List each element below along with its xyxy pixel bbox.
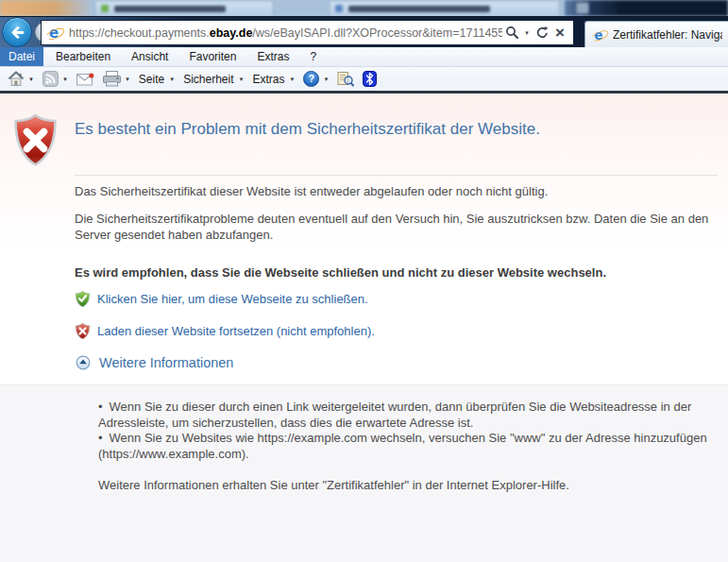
command-bar: ▼ ▼ ▼ <box>0 67 728 91</box>
more-info-link: Weitere Informationen <box>99 355 233 370</box>
print-dropdown-icon[interactable]: ▼ <box>125 77 130 82</box>
seite-label: Seite <box>139 73 164 86</box>
address-dropdown-icon[interactable]: ▼ <box>521 21 533 44</box>
menu-favoriten[interactable]: Favoriten <box>180 47 245 66</box>
menu-bearbeiten[interactable]: Bearbeiten <box>47 47 119 66</box>
help-dropdown-icon[interactable]: ▼ <box>323 77 329 82</box>
continue-website-link-row: Laden dieser Website fortsetzen (nicht e… <box>75 322 375 340</box>
background-tab <box>94 0 274 16</box>
close-webpage-link-row: Klicken Sie hier, um diese Webseite zu s… <box>75 290 368 308</box>
extras-label: Extras <box>253 73 285 86</box>
address-bar[interactable]: e https://checkout.payments.ebay.de/ws/e… <box>41 20 574 45</box>
sicherheit-dropdown-icon: ▼ <box>239 77 245 82</box>
url-scheme-host: https://checkout.payments. <box>69 26 210 40</box>
home-dropdown-icon[interactable]: ▼ <box>28 77 34 82</box>
info-bullet-2: •Wenn Sie zu Websites wie https://exampl… <box>98 431 717 462</box>
url-domain: ebay.de <box>210 26 253 40</box>
seite-menu-button[interactable]: Seite ▼ <box>139 73 175 86</box>
tab-zertifikatfehler[interactable]: e Zertifikatfehler: Navigatio <box>584 21 728 48</box>
menu-datei[interactable]: Datei <box>0 47 43 66</box>
feeds-button[interactable]: ▼ <box>42 71 68 87</box>
background-blur-layer <box>0 0 728 16</box>
background-windows-strip <box>0 0 728 16</box>
bluetooth-button[interactable] <box>363 71 377 87</box>
seite-dropdown-icon: ▼ <box>169 77 175 82</box>
title-divider <box>75 175 718 176</box>
bluetooth-icon <box>363 71 377 87</box>
more-info-expander[interactable]: Weitere Informationen <box>76 355 233 370</box>
menu-extras[interactable]: Extras <box>248 47 297 66</box>
search-icon[interactable] <box>502 21 521 44</box>
printer-icon <box>103 71 121 87</box>
address-url[interactable]: https://checkout.payments.ebay.de/ws/eBa… <box>69 26 502 40</box>
back-button[interactable] <box>2 17 32 47</box>
home-icon <box>8 71 25 87</box>
background-tab-title-blur <box>114 6 226 12</box>
red-shield-x-icon <box>75 322 91 340</box>
rss-feed-icon <box>42 71 59 87</box>
page-title: Es besteht ein Problem mit dem Sicherhei… <box>75 120 717 139</box>
bullet-marker: • <box>98 431 103 445</box>
site-favicon-ie-icon: e <box>46 25 63 42</box>
background-tab-favicon <box>335 5 343 12</box>
navigation-bar: e https://checkout.payments.ebay.de/ws/e… <box>0 16 728 47</box>
background-tab <box>329 0 560 16</box>
url-path: /ws/eBayISAPI.dll?XOProcessor&item=17114… <box>252 26 502 40</box>
background-window-fragment <box>0 0 91 16</box>
collapse-arrow-icon <box>76 355 91 370</box>
back-arrow-icon <box>8 24 26 42</box>
help-icon: ? <box>303 71 319 87</box>
mail-icon <box>76 73 94 86</box>
certificate-error-page: Es besteht ein Problem mit dem Sicherhei… <box>0 94 728 562</box>
background-window-fragment <box>576 2 589 14</box>
print-button[interactable]: ▼ <box>103 71 130 87</box>
menu-bar: Datei Bearbeiten Ansicht Favoriten Extra… <box>0 47 728 67</box>
stop-icon[interactable]: × <box>551 21 568 44</box>
help-button[interactable]: ? ▼ <box>303 71 329 87</box>
tab-title: Zertifikatfehler: Navigatio <box>613 28 722 42</box>
background-tab-favicon <box>101 5 109 12</box>
research-button[interactable] <box>337 71 354 87</box>
more-info-panel: •Wenn Sie zu dieser durch einen Link wei… <box>0 384 728 562</box>
refresh-icon[interactable] <box>533 21 551 44</box>
extras-dropdown-icon: ▼ <box>290 77 296 82</box>
background-tab-title-blur <box>348 6 490 12</box>
help-note: Weitere Informationen erhalten Sie unter… <box>98 478 709 492</box>
green-shield-check-icon <box>75 290 91 308</box>
continue-website-link[interactable]: Laden dieser Website fortsetzen (nicht e… <box>97 324 375 338</box>
sicherheit-label: Sicherheit <box>183 73 233 86</box>
security-error-shield-icon <box>12 113 59 167</box>
info-bullet-1: •Wenn Sie zu dieser durch einen Link wei… <box>98 400 717 431</box>
menu-hilfe[interactable]: ? <box>301 47 325 66</box>
home-button[interactable]: ▼ <box>8 71 34 87</box>
menu-ansicht[interactable]: Ansicht <box>123 47 177 66</box>
research-icon <box>337 71 354 87</box>
intro-paragraph-2: Die Sicherheitszertifikatprobleme deuten… <box>75 211 728 243</box>
feeds-dropdown-icon[interactable]: ▼ <box>62 77 68 82</box>
intro-paragraph-1: Das Sicherheitszertifikat dieser Website… <box>75 183 728 199</box>
extras-menu-button[interactable]: Extras ▼ <box>253 73 296 86</box>
ie-browser-window: e https://checkout.payments.ebay.de/ws/e… <box>0 0 728 562</box>
sicherheit-menu-button[interactable]: Sicherheit ▼ <box>183 73 244 86</box>
recommendation-text: Es wird empfohlen, dass Sie die Webseite… <box>75 264 728 281</box>
bullet-marker: • <box>98 400 103 414</box>
close-webpage-link[interactable]: Klicken Sie hier, um diese Webseite zu s… <box>97 292 368 306</box>
tab-favicon-ie-icon: e <box>592 26 607 42</box>
read-mail-button[interactable] <box>76 73 94 86</box>
